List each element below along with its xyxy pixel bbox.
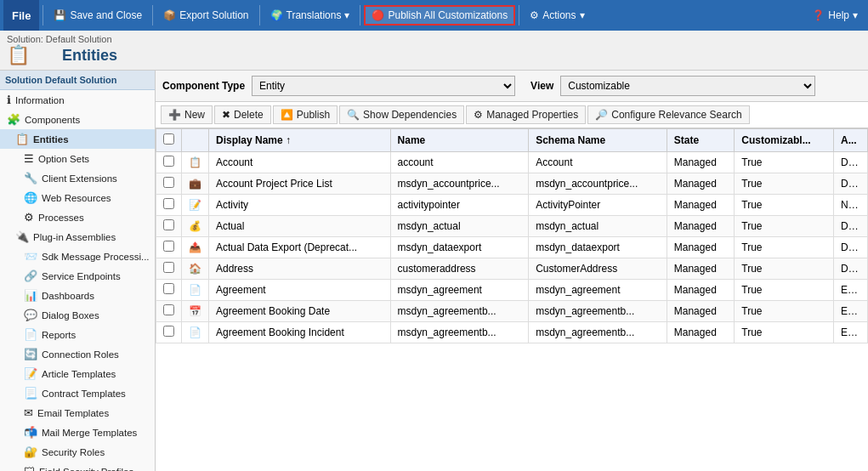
- publish-button[interactable]: 🔼 Publish: [273, 105, 338, 124]
- row-check-cell: [156, 322, 182, 343]
- th-customizable[interactable]: Customizabl...: [735, 129, 834, 152]
- row-checkbox[interactable]: [163, 156, 174, 167]
- delete-button[interactable]: ✖ Delete: [214, 105, 271, 124]
- sidebar-item-entities[interactable]: 📋Entities: [0, 129, 155, 149]
- dependencies-icon: 🔍: [347, 109, 360, 121]
- row-auto: Ena...: [834, 322, 868, 343]
- save-close-label: Save and Close: [70, 9, 142, 21]
- sidebar-icon: 📄: [24, 328, 37, 341]
- show-dependencies-button[interactable]: 🔍 Show Dependencies: [339, 105, 464, 124]
- row-customizable: True: [735, 152, 834, 173]
- row-checkbox[interactable]: [163, 241, 174, 252]
- row-auto: Nor...: [834, 195, 868, 216]
- select-all-checkbox[interactable]: [163, 133, 174, 145]
- sidebar-item-reports[interactable]: 📄Reports: [0, 325, 155, 344]
- row-checkbox[interactable]: [163, 304, 174, 315]
- sidebar-item-article-templates[interactable]: 📝Article Templates: [0, 364, 155, 383]
- sidebar-item-email-templates[interactable]: ✉Email Templates: [0, 403, 155, 423]
- sidebar-item-processes[interactable]: ⚙Processes: [0, 207, 155, 227]
- sidebar-item-mail-merge-templates[interactable]: 📬Mail Merge Templates: [0, 423, 155, 442]
- table-row[interactable]: 📋 Account account Account Managed True D…: [156, 152, 868, 173]
- sidebar-item-dialog-boxes[interactable]: 💬Dialog Boxes: [0, 305, 155, 325]
- table-header-row: Display Name ↑ Name Schema Name State Cu…: [156, 129, 868, 152]
- actions-button[interactable]: ⚙ Actions ▾: [523, 6, 591, 25]
- configure-search-button[interactable]: 🔎 Configure Relevance Search: [587, 105, 749, 124]
- table-row[interactable]: 📤 Actual Data Export (Deprecat... msdyn_…: [156, 237, 868, 258]
- row-entity-icon: 📤: [189, 241, 201, 253]
- sidebar-icon: ⚙: [24, 211, 34, 224]
- translate-icon: 🌍: [270, 9, 283, 21]
- row-icon-cell: 📄: [182, 280, 209, 301]
- component-type-select[interactable]: Entity: [252, 76, 515, 96]
- table-row[interactable]: 📅 Agreement Booking Date msdyn_agreement…: [156, 301, 868, 322]
- row-checkbox[interactable]: [163, 219, 174, 230]
- row-checkbox[interactable]: [163, 198, 174, 209]
- row-display-name: Address: [209, 258, 391, 280]
- row-checkbox[interactable]: [163, 283, 174, 294]
- translations-arrow-icon: ▾: [344, 9, 349, 21]
- sidebar-item-label: Client Extensions: [42, 173, 117, 184]
- row-auto: Dis...: [834, 152, 868, 173]
- publish-all-button[interactable]: 🔴 Publish All Customizations: [364, 5, 515, 26]
- toolbar-separator-5: [519, 5, 519, 26]
- table-row[interactable]: 📄 Agreement msdyn_agreement msdyn_agreem…: [156, 280, 868, 301]
- export-solution-button[interactable]: 📦 Export Solution: [156, 6, 255, 25]
- sidebar-item-information[interactable]: ℹInformation: [0, 90, 155, 110]
- managed-properties-button[interactable]: ⚙ Managed Properties: [466, 105, 586, 124]
- entities-icon: 📋: [7, 44, 30, 66]
- sidebar-icon: 🔐: [24, 445, 37, 458]
- th-schema-name[interactable]: Schema Name: [529, 129, 667, 152]
- sidebar-item-security-roles[interactable]: 🔐Security Roles: [0, 442, 155, 462]
- table-row[interactable]: 🏠 Address customeraddress CustomerAddres…: [156, 258, 868, 280]
- export-solution-label: Export Solution: [179, 9, 248, 21]
- sidebar-item-option-sets[interactable]: ☰Option Sets: [0, 149, 155, 168]
- row-checkbox[interactable]: [163, 177, 174, 188]
- row-state: Managed: [667, 216, 735, 237]
- row-icon-cell: 💼: [182, 173, 209, 195]
- sidebar-item-label: Dashboards: [42, 291, 94, 301]
- row-check-cell: [156, 301, 182, 322]
- sidebar-item-field-security-profiles[interactable]: 🛡Field Security Profiles: [0, 462, 155, 471]
- sidebar-item-contract-templates[interactable]: 📃Contract Templates: [0, 383, 155, 403]
- row-entity-icon: 📅: [189, 305, 201, 317]
- row-customizable: True: [735, 280, 834, 301]
- row-name: account: [390, 152, 529, 173]
- new-button[interactable]: ➕ New: [161, 105, 213, 124]
- th-state[interactable]: State: [667, 129, 735, 152]
- row-check-cell: [156, 237, 182, 258]
- table-row[interactable]: 📄 Agreement Booking Incident msdyn_agree…: [156, 322, 868, 343]
- help-button[interactable]: ❓ Help ▾: [805, 6, 865, 25]
- sidebar-item-sdk-message-processi-[interactable]: 📨Sdk Message Processi...: [0, 247, 155, 266]
- sidebar-item-dashboards[interactable]: 📊Dashboards: [0, 286, 155, 305]
- row-schema-name: msdyn_agreementb...: [529, 322, 667, 343]
- table-row[interactable]: 💼 Account Project Price List msdyn_accou…: [156, 173, 868, 195]
- page-title: Entities: [35, 47, 117, 65]
- view-select[interactable]: Customizable: [560, 76, 815, 96]
- sidebar-item-plug-in-assemblies[interactable]: 🔌Plug-in Assemblies: [0, 227, 155, 247]
- th-auto[interactable]: A...: [834, 129, 868, 152]
- row-checkbox[interactable]: [163, 326, 174, 337]
- sidebar-item-web-resources[interactable]: 🌐Web Resources: [0, 188, 155, 207]
- managed-props-icon: ⚙: [474, 109, 483, 121]
- th-display-name[interactable]: Display Name ↑: [209, 129, 391, 152]
- row-entity-icon: 💰: [189, 220, 201, 232]
- sidebar-item-connection-roles[interactable]: 🔄Connection Roles: [0, 344, 155, 364]
- sidebar-item-components[interactable]: 🧩Components: [0, 110, 155, 129]
- save-close-button[interactable]: 💾 Save and Close: [47, 6, 149, 25]
- th-name[interactable]: Name: [390, 129, 529, 152]
- row-display-name: Activity: [209, 195, 391, 216]
- table-row[interactable]: 📝 Activity activitypointer ActivityPoint…: [156, 195, 868, 216]
- table-row[interactable]: 💰 Actual msdyn_actual msdyn_actual Manag…: [156, 216, 868, 237]
- sidebar-item-label: Connection Roles: [42, 349, 119, 360]
- row-state: Managed: [667, 152, 735, 173]
- sidebar-item-client-extensions[interactable]: 🔧Client Extensions: [0, 168, 155, 188]
- row-checkbox[interactable]: [163, 262, 174, 273]
- sidebar-icon: 🔌: [15, 230, 29, 243]
- sidebar-item-service-endpoints[interactable]: 🔗Service Endpoints: [0, 266, 155, 286]
- row-icon-cell: 📋: [182, 152, 209, 173]
- translations-button[interactable]: 🌍 Translations ▾: [264, 6, 357, 25]
- file-button[interactable]: File: [3, 0, 39, 31]
- sidebar-item-label: Mail Merge Templates: [42, 428, 137, 438]
- row-auto: Dis...: [834, 173, 868, 195]
- row-schema-name: msdyn_dataexport: [529, 237, 667, 258]
